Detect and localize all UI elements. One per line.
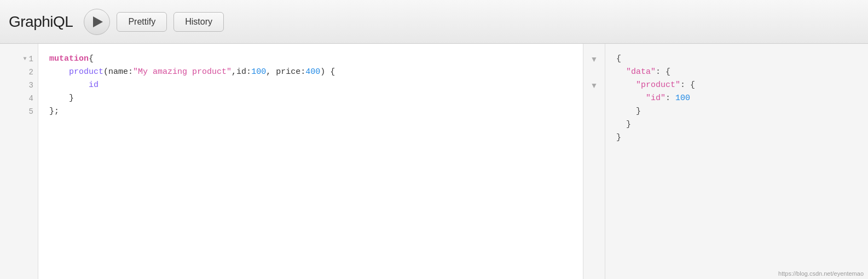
- line-numbers-gutter: ▼ 1 2 3 4 5: [0, 44, 38, 279]
- editor-line-3: id: [49, 79, 572, 92]
- play-icon: [93, 16, 103, 27]
- response-line-4: "id": 100: [616, 92, 857, 105]
- response-line-6: }: [616, 118, 857, 131]
- editor-line-2: product(name:"My amazing product",id:100…: [49, 66, 572, 79]
- app-title: GraphiQL: [9, 13, 73, 31]
- line-num-4: 4: [0, 92, 33, 105]
- response-line-7: }: [616, 131, 857, 144]
- line-num-1: ▼ 1: [0, 53, 33, 66]
- editor-line-4: }: [49, 92, 572, 105]
- line-num-3: 3: [0, 79, 33, 92]
- editor-line-5: };: [49, 105, 572, 118]
- main-area: ▼ 1 2 3 4 5 mutation{ product(name:"My a…: [0, 44, 868, 279]
- line-num-5: 5: [0, 105, 33, 118]
- toolbar: GraphiQL Prettify History: [0, 0, 868, 44]
- kw-mutation: mutation: [49, 53, 89, 66]
- editor-panel[interactable]: mutation{ product(name:"My amazing produ…: [38, 44, 583, 279]
- response-fold-arrow[interactable]: ▼: [591, 53, 598, 66]
- run-button[interactable]: [84, 9, 110, 35]
- fold-arrow-1[interactable]: ▼: [24, 53, 27, 66]
- line-num-2: 2: [0, 66, 33, 79]
- history-button[interactable]: History: [173, 12, 224, 32]
- kw-product: product: [69, 66, 103, 79]
- response-gutter: ▼ ▼: [583, 44, 605, 279]
- field-id: id: [89, 79, 99, 92]
- response-fold-arrow-2[interactable]: ▼: [591, 79, 598, 92]
- response-line-3: "product": {: [616, 79, 857, 92]
- prettify-button[interactable]: Prettify: [117, 12, 167, 32]
- response-line-5: }: [616, 105, 857, 118]
- watermark: https://blog.csdn.net/eyentemao: [778, 270, 864, 277]
- editor-line-1: mutation{: [49, 53, 572, 66]
- response-line-1: {: [616, 53, 857, 66]
- response-panel: { "data": { "product": { "id": 100 } } }: [605, 44, 868, 279]
- response-line-2: "data": {: [616, 66, 857, 79]
